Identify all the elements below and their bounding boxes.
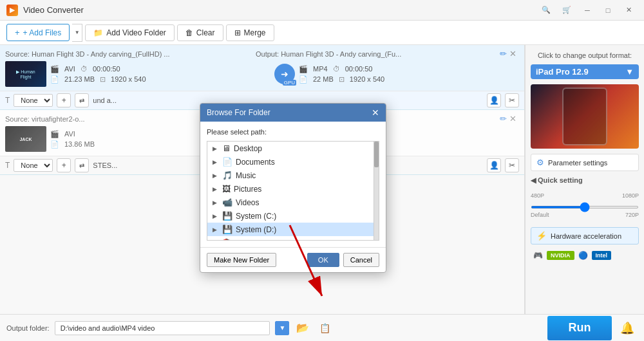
- close-button[interactable]: ✕: [620, 4, 638, 17]
- modal-titlebar: Browse For Folder ✕: [200, 104, 386, 122]
- tree-item-pictures[interactable]: ▶ 🖼 Pictures: [207, 182, 379, 196]
- format-dropdown[interactable]: iPad Pro 12.9 ▼: [531, 64, 639, 79]
- alarm-button[interactable]: 🔔: [617, 318, 638, 338]
- tree-item-music[interactable]: ▶ 🎵 Music: [207, 169, 379, 182]
- right-panel: Click to change output format: iPad Pro …: [525, 45, 644, 314]
- source-size-2: 13.86 MB: [64, 140, 95, 148]
- output-path-input[interactable]: [55, 321, 270, 335]
- modal-ok-button[interactable]: OK: [307, 253, 339, 267]
- size-icon-2: 📄: [50, 140, 59, 149]
- add-subtitle-1[interactable]: +: [57, 93, 71, 107]
- maximize-button[interactable]: □: [599, 4, 617, 17]
- run-label: Run: [569, 321, 591, 335]
- copy-subtitle-1[interactable]: ⇄: [75, 93, 89, 107]
- hw-acceleration-label: Hardware acceleration: [551, 232, 621, 240]
- copy-path-button[interactable]: 📋: [316, 320, 333, 336]
- run-button[interactable]: Run: [547, 316, 612, 340]
- add-subtitle-2[interactable]: +: [57, 158, 71, 172]
- subtitle-select-1[interactable]: None: [14, 94, 53, 107]
- add-files-label: + Add Files: [23, 28, 62, 37]
- thumbnail-2: JACK: [5, 126, 46, 152]
- expand-arrow-docs: ▶: [213, 159, 219, 165]
- tree-item-system-c[interactable]: ▶ 💾 System (C:): [207, 209, 379, 223]
- add-video-folder-button[interactable]: 📁 Add Video Folder: [85, 24, 175, 41]
- cut-icon-1[interactable]: ✂: [505, 93, 519, 107]
- cart-icon[interactable]: 🛒: [558, 4, 576, 17]
- tree-item-libraries[interactable]: ▶ 📚 Libraries: [207, 236, 379, 241]
- output-format-1: MP4: [313, 65, 328, 73]
- output-duration-1: 00:00:50: [345, 65, 373, 73]
- merge-icon: ⊞: [234, 28, 241, 37]
- cut-icon-2[interactable]: ✂: [505, 158, 519, 172]
- file-row: Source: Human Flight 3D - Andy carving_(…: [0, 45, 524, 91]
- edit-icon-1[interactable]: ✏: [500, 49, 507, 59]
- make-new-folder-button[interactable]: Make New Folder: [207, 253, 276, 267]
- source-resolution-1: 1920 x 540: [111, 75, 146, 83]
- window-controls: 🔍 🛒 ─ □ ✕: [537, 4, 638, 17]
- toolbar: + + Add Files ▼ 📁 Add Video Folder 🗑 Cle…: [0, 21, 644, 45]
- libraries-icon: 📚: [222, 238, 232, 241]
- system-d-icon: 💾: [222, 225, 232, 234]
- source-format-2: AVI: [64, 130, 75, 138]
- file-meta-1: 🎬 AVI ⏱ 00:00:50 📄 21.23 MB ⊡ 1920 x 540: [50, 65, 270, 84]
- tree-item-documents[interactable]: ▶ 📄 Documents: [207, 155, 379, 169]
- close-file-1[interactable]: ✕: [507, 49, 519, 59]
- clear-button[interactable]: 🗑 Clear: [177, 24, 223, 41]
- modal-footer: Make New Folder OK Cancel: [200, 247, 386, 272]
- format-name: iPad Pro 12.9: [536, 67, 589, 77]
- expand-arrow-d: ▶: [213, 226, 219, 233]
- music-label: Music: [236, 171, 256, 180]
- expand-arrow: ▶: [213, 145, 219, 152]
- modal-title: Browse For Folder: [207, 108, 270, 117]
- folder-icon: 📁: [93, 28, 103, 37]
- param-settings-label: Parameter settings: [548, 159, 607, 167]
- tree-scrollbar[interactable]: [374, 142, 379, 240]
- text-icon-1: T: [5, 96, 10, 105]
- output-res-icon: ⊡: [339, 75, 345, 84]
- pictures-label: Pictures: [234, 185, 261, 194]
- thumbnail-1: ▶ HumanFlight: [5, 61, 46, 87]
- minimize-button[interactable]: ─: [578, 4, 596, 17]
- subtitle-select-2[interactable]: None: [14, 159, 53, 172]
- modal-body: Please select path: ▶ 🖥 Desktop ▶ 📄 Docu…: [200, 122, 386, 247]
- output-clock-icon: ⏱: [333, 65, 340, 73]
- person-icon-2[interactable]: 👤: [487, 158, 501, 172]
- modal-instruction: Please select path:: [207, 128, 379, 136]
- tree-item-videos[interactable]: ▶ 📹 Videos: [207, 196, 379, 209]
- browse-folder-button[interactable]: 📂: [294, 320, 311, 336]
- add-files-button[interactable]: + + Add Files: [6, 24, 70, 41]
- plus-icon: +: [15, 28, 20, 37]
- videos-icon: 📹: [222, 198, 232, 207]
- expand-arrow-music: ▶: [213, 172, 219, 179]
- modal-close-button[interactable]: ✕: [372, 107, 379, 118]
- quick-setting-label: ◀ Quick setting: [531, 176, 639, 185]
- tree-item-desktop[interactable]: ▶ 🖥 Desktop: [207, 142, 379, 155]
- add-files-dropdown[interactable]: ▼: [72, 24, 82, 42]
- gpu-badge: GPU: [283, 80, 296, 86]
- merge-button[interactable]: ⊞ Merge: [226, 24, 274, 41]
- edit-icon-2[interactable]: ✏: [500, 114, 507, 124]
- hardware-acceleration-button[interactable]: ⚡ Hardware acceleration: [531, 227, 639, 244]
- audio-label-1: und a...: [93, 97, 117, 104]
- gpu-vendor-row: 🎮 NVIDIA 🔵 Intel: [531, 250, 639, 261]
- system-d-label: System (D:): [236, 225, 276, 234]
- intel-badge: Intel: [592, 251, 612, 260]
- desktop-icon: 🖥: [222, 143, 231, 153]
- path-dropdown-button[interactable]: ▼: [275, 321, 289, 335]
- device-frame: [562, 88, 607, 145]
- expand-arrow-libs: ▶: [213, 240, 219, 241]
- tree-item-system-d[interactable]: ▶ 💾 System (D:): [207, 223, 379, 236]
- hardware-icon: ⚡: [536, 231, 547, 241]
- quality-slider[interactable]: [531, 206, 639, 208]
- search-icon[interactable]: 🔍: [537, 4, 555, 17]
- app-title: Video Converter: [23, 5, 84, 15]
- close-file-2[interactable]: ✕: [507, 114, 519, 124]
- parameter-settings-button[interactable]: ⚙ Parameter settings: [531, 154, 639, 171]
- copy-subtitle-2[interactable]: ⇄: [75, 158, 89, 172]
- modal-cancel-button[interactable]: Cancel: [343, 253, 379, 267]
- settings-icon: ⚙: [536, 158, 544, 167]
- person-icon-1[interactable]: 👤: [487, 93, 501, 107]
- videos-label: Videos: [236, 198, 259, 207]
- output-size-1: 22 MB: [313, 75, 334, 83]
- trash-icon: 🗑: [185, 28, 193, 37]
